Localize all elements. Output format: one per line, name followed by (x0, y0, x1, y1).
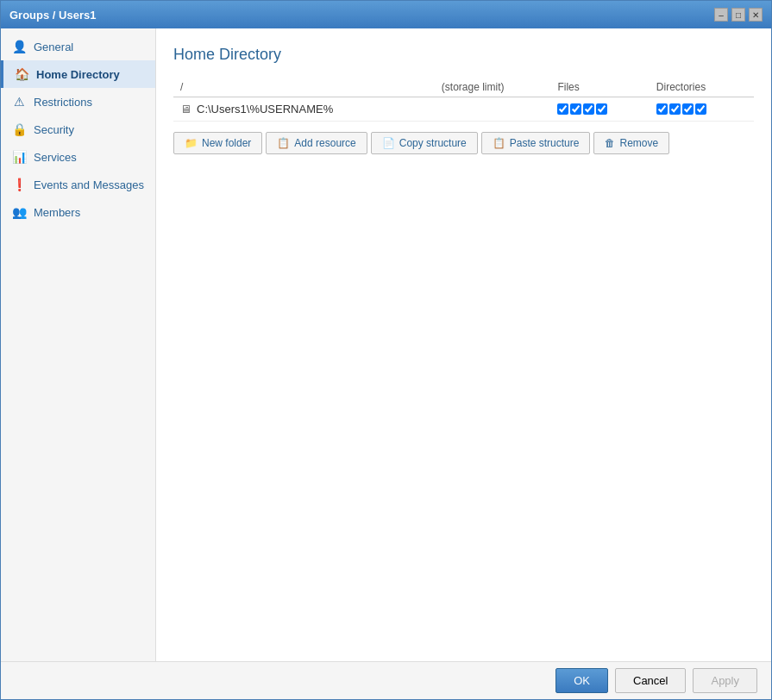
directory-table: / (storage limit) Files Directories 🖥 C:… (173, 78, 754, 122)
general-icon: 👤 (11, 40, 27, 53)
files-checkbox-4[interactable] (596, 103, 607, 115)
security-icon: 🔒 (11, 122, 27, 136)
sidebar-label-general: General (34, 41, 73, 53)
main-layout: 👤 General 🏠 Home Directory ⚠ Restriction… (1, 28, 771, 661)
sidebar-label-services: Services (34, 151, 77, 164)
dirs-cell (650, 97, 754, 122)
members-icon: 👥 (11, 205, 27, 219)
sidebar-label-restrictions: Restrictions (34, 96, 92, 109)
dirs-checkbox-2[interactable] (669, 103, 681, 115)
sidebar-label-members: Members (34, 206, 80, 219)
ok-button[interactable]: OK (555, 668, 608, 693)
paste-structure-button[interactable]: 📋 Paste structure (481, 132, 591, 154)
new-folder-icon: 📁 (185, 137, 198, 149)
footer: OK Cancel Apply (1, 661, 771, 699)
sidebar-item-members[interactable]: 👥 Members (1, 198, 155, 226)
col-header-path: / (173, 78, 435, 97)
col-header-files: Files (550, 78, 649, 97)
minimize-button[interactable]: – (714, 8, 728, 22)
sidebar-item-security[interactable]: 🔒 Security (1, 116, 155, 143)
dirs-checkbox-4[interactable] (695, 103, 706, 115)
page-title: Home Directory (173, 46, 754, 64)
sidebar-item-events-messages[interactable]: ❗ Events and Messages (1, 171, 155, 198)
action-buttons: 📁 New folder 📋 Add resource 📄 Copy struc… (173, 132, 754, 154)
restrictions-icon: ⚠ (11, 95, 27, 109)
copy-structure-label: Copy structure (399, 137, 467, 149)
maximize-button[interactable]: □ (731, 8, 745, 22)
files-checkbox-2[interactable] (570, 103, 581, 115)
window-title: Groups / Users1 (9, 9, 96, 22)
dirs-checkboxes (656, 103, 747, 115)
paste-structure-icon: 📋 (493, 137, 505, 149)
sidebar-item-general[interactable]: 👤 General (1, 33, 155, 60)
titlebar: Groups / Users1 – □ ✕ (1, 1, 771, 28)
new-folder-button[interactable]: 📁 New folder (173, 132, 262, 154)
remove-label: Remove (619, 137, 658, 149)
add-resource-icon: 📋 (277, 137, 290, 149)
cancel-button[interactable]: Cancel (615, 668, 686, 693)
apply-button[interactable]: Apply (693, 668, 757, 693)
copy-structure-icon: 📄 (382, 137, 395, 149)
sidebar-label-security: Security (34, 123, 74, 136)
services-icon: 📊 (11, 150, 27, 164)
window-controls: – □ ✕ (714, 8, 763, 22)
storage-cell (435, 97, 551, 122)
sidebar-item-home-directory[interactable]: 🏠 Home Directory (1, 60, 155, 88)
main-window: Groups / Users1 – □ ✕ 👤 General 🏠 Home D… (0, 0, 772, 700)
col-header-directories: Directories (650, 78, 754, 97)
add-resource-button[interactable]: 📋 Add resource (266, 132, 367, 154)
close-button[interactable]: ✕ (749, 8, 763, 22)
add-resource-label: Add resource (294, 137, 355, 149)
dirs-checkbox-1[interactable] (656, 103, 668, 115)
dirs-checkbox-3[interactable] (682, 103, 694, 115)
table-row: 🖥 C:\Users1\%USERNAME% (173, 97, 754, 122)
new-folder-label: New folder (202, 137, 251, 149)
sidebar-item-services[interactable]: 📊 Services (1, 143, 155, 171)
sidebar-label-home-directory: Home Directory (36, 68, 120, 81)
files-checkbox-1[interactable] (557, 103, 568, 115)
path-cell: 🖥 C:\Users1\%USERNAME% (173, 97, 435, 122)
remove-icon: 🗑 (605, 137, 615, 149)
sidebar-label-events: Events and Messages (34, 178, 144, 191)
path-value: C:\Users1\%USERNAME% (197, 103, 333, 116)
col-header-storage: (storage limit) (435, 78, 551, 97)
events-icon: ❗ (11, 178, 27, 191)
home-icon: 🏠 (14, 67, 29, 81)
files-cell (550, 97, 649, 122)
sidebar-item-restrictions[interactable]: ⚠ Restrictions (1, 88, 155, 116)
content-area: Home Directory / (storage limit) Files D… (156, 28, 771, 661)
paste-structure-label: Paste structure (510, 137, 580, 149)
copy-structure-button[interactable]: 📄 Copy structure (371, 132, 478, 154)
files-checkboxes (557, 103, 642, 115)
sidebar: 👤 General 🏠 Home Directory ⚠ Restriction… (1, 28, 156, 661)
files-checkbox-3[interactable] (583, 103, 594, 115)
remove-button[interactable]: 🗑 Remove (593, 132, 669, 154)
drive-icon: 🖥 (180, 103, 191, 116)
